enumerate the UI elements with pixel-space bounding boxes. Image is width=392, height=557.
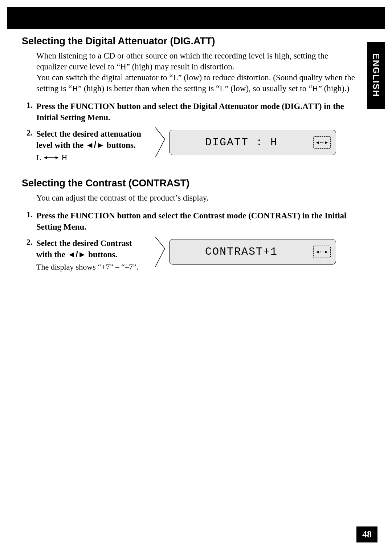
pointer-icon — [152, 126, 167, 159]
section-heading-contrast: Selecting the Contrast (CONTRAST) — [22, 178, 359, 189]
step-number: 2. — [22, 238, 36, 272]
lh-toggle-note: L H — [36, 153, 67, 162]
section-heading-digatt: Selecting the Digital Attenuator (DIG.AT… — [22, 36, 359, 47]
pointer-icon — [152, 235, 167, 268]
lcd-text: DIGATT : H — [170, 136, 313, 149]
contrast-range-note: The display shows “+7” – “–7”. — [36, 262, 149, 272]
section-intro-digatt: When listening to a CD or other source o… — [36, 51, 356, 94]
step-number: 1. — [22, 101, 36, 123]
contrast-step-2-row: 2. Select the desired Contrast with the … — [22, 238, 359, 277]
step-number: 2. — [22, 128, 36, 162]
step-text-part-a: Select the desired Contrast with the ◄/►… — [36, 239, 132, 259]
left-right-buttons-icon: ◄/► — [68, 250, 86, 259]
lcd-nav-icon: ◂↔▸ — [313, 136, 331, 149]
header-black-bar — [7, 7, 385, 29]
page-content: Selecting the Digital Attenuator (DIG.AT… — [22, 36, 359, 277]
language-tab: ENGLISH — [367, 42, 385, 109]
lcd-text: CONTRAST+1 — [170, 246, 313, 258]
digatt-step-2-row: 2. Select the desired attenuation level … — [22, 128, 359, 167]
page-number: 48 — [356, 526, 377, 542]
step-number: 1. — [22, 210, 36, 233]
left-right-buttons-icon: ◄/► — [86, 140, 105, 150]
contrast-step-1: 1. Press the FUNCTION button and select … — [22, 210, 359, 233]
double-arrow-icon — [44, 155, 58, 160]
lcd-nav-icon: ◂↔▸ — [313, 246, 331, 258]
svg-marker-2 — [56, 156, 58, 159]
language-tab-label: ENGLISH — [371, 53, 381, 97]
section-intro-contrast: You can adjust the contrast of the produ… — [36, 193, 356, 203]
digatt-step-1: 1. Press the FUNCTION button and select … — [22, 101, 359, 123]
step-text-part-a: Select the desired attenuation level wit… — [36, 129, 141, 150]
step-text: Press the FUNCTION button and select the… — [36, 210, 359, 233]
step-text: Press the FUNCTION button and select the… — [36, 101, 359, 123]
lcd-display-contrast: CONTRAST+1 ◂↔▸ — [152, 235, 336, 268]
svg-marker-1 — [44, 156, 47, 159]
lcd-display-digatt: DIGATT : H ◂↔▸ — [152, 126, 336, 159]
